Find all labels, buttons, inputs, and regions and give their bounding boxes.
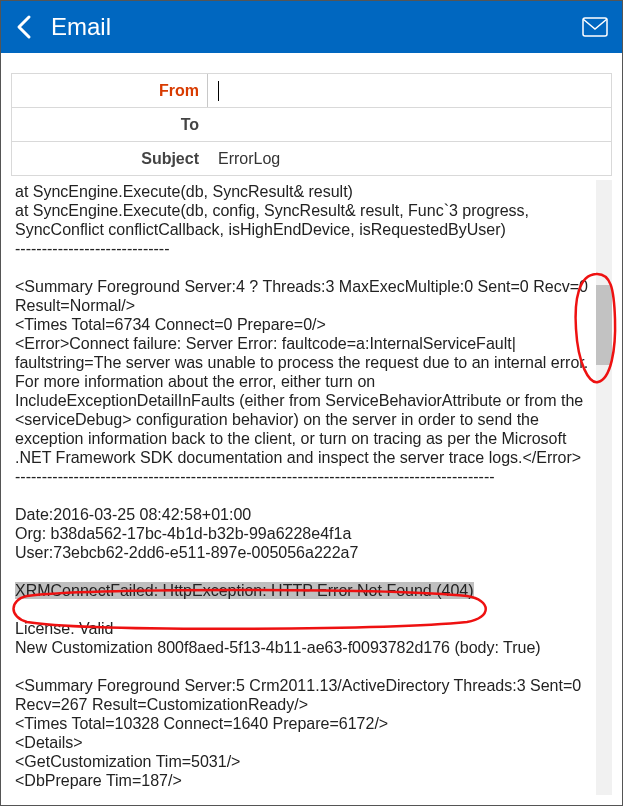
svg-rect-0: [583, 18, 607, 36]
message-body[interactable]: at SyncEngine.Execute(db, SyncResult& re…: [11, 180, 596, 795]
subject-row: Subject ErrorLog: [11, 142, 612, 176]
text-caret: [218, 81, 219, 101]
subject-input[interactable]: ErrorLog: [207, 142, 611, 175]
titlebar: Email: [1, 1, 622, 53]
from-row: From: [11, 73, 612, 108]
app-title: Email: [51, 13, 582, 41]
to-row: To: [11, 108, 612, 142]
back-icon[interactable]: [15, 13, 35, 41]
to-label: To: [12, 108, 207, 141]
scrollbar-thumb[interactable]: [596, 285, 612, 365]
to-input[interactable]: [207, 108, 611, 141]
from-input[interactable]: [207, 74, 611, 107]
mail-icon[interactable]: [582, 17, 608, 37]
body-wrap: at SyncEngine.Execute(db, SyncResult& re…: [11, 180, 612, 795]
from-label: From: [12, 74, 207, 107]
header-fields: From To Subject ErrorLog: [1, 53, 622, 176]
scrollbar-track[interactable]: [596, 180, 612, 795]
subject-label: Subject: [12, 142, 207, 175]
highlighted-error: XRMConnectFailed: HttpException: HTTP Er…: [15, 582, 474, 599]
